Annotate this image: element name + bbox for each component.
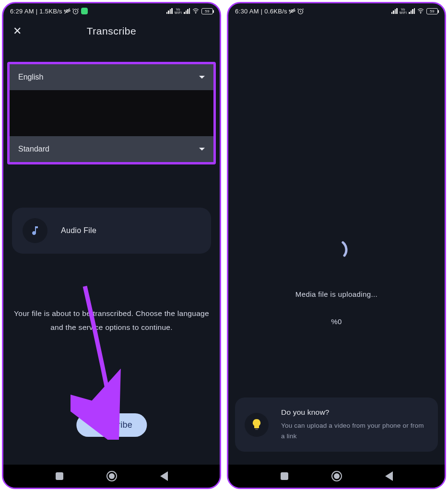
battery-icon: 59 <box>426 8 438 14</box>
upload-status-text: Media file is uploading... <box>228 290 445 298</box>
nav-recents-button[interactable] <box>281 472 288 480</box>
chevron-down-icon <box>199 76 205 79</box>
app-chip-icon <box>81 8 88 14</box>
audio-file-card[interactable]: Audio File <box>12 208 211 254</box>
status-time-net: 6:30 AM | 0.6KB/s <box>235 8 287 15</box>
language-value: English <box>18 73 43 82</box>
system-nav-bar <box>3 465 220 488</box>
status-bar: 6:29 AM | 1.5KB/s VoWiFi 59 <box>3 3 220 17</box>
app-header: ✕ Transcribe <box>3 17 220 42</box>
nav-back-button[interactable] <box>160 471 168 481</box>
nav-home-button[interactable] <box>331 471 342 481</box>
select-spacer <box>10 90 213 136</box>
vibrate-icon <box>288 7 296 15</box>
lightbulb-icon <box>245 413 269 437</box>
tier-select[interactable]: Standard <box>10 136 213 162</box>
language-select[interactable]: English <box>10 64 213 90</box>
svg-point-7 <box>420 13 421 13</box>
chevron-down-icon <box>199 148 205 151</box>
alarm-icon <box>72 8 79 15</box>
tip-card: Do you know? You can upload a video from… <box>235 397 438 452</box>
system-nav-bar <box>228 465 445 488</box>
tier-value: Standard <box>18 145 49 153</box>
svg-rect-9 <box>255 429 258 430</box>
transcribe-button-label: Transcribe <box>91 420 132 430</box>
vowifi-icon: VoWiFi <box>400 8 407 14</box>
status-time-net: 6:29 AM | 1.5KB/s <box>10 8 62 15</box>
signal-icon <box>166 8 173 14</box>
wifi-icon <box>417 8 424 14</box>
svg-point-3 <box>195 13 196 13</box>
signal-icon <box>391 8 398 14</box>
instruction-text: Your file is about to be transcribed. Ch… <box>10 306 213 335</box>
wifi-icon <box>192 8 200 14</box>
signal-icon-2 <box>184 8 190 14</box>
loading-spinner-icon <box>324 237 349 262</box>
phone-left: 6:29 AM | 1.5KB/s VoWiFi 59 ✕ Transcribe <box>2 2 221 489</box>
tip-title: Do you know? <box>281 408 428 417</box>
signal-icon-2 <box>409 8 415 14</box>
status-bar: 6:30 AM | 0.6KB/s VoWiFi 59 <box>228 3 445 17</box>
nav-back-button[interactable] <box>385 471 393 481</box>
vibrate-icon <box>63 7 71 15</box>
battery-icon: 59 <box>201 8 213 14</box>
transcribe-button[interactable]: Transcribe <box>76 413 147 437</box>
nav-recents-button[interactable] <box>56 472 63 480</box>
vowifi-icon: VoWiFi <box>175 8 182 14</box>
svg-point-8 <box>324 237 349 262</box>
page-title: Transcribe <box>13 25 210 37</box>
phone-right: 6:30 AM | 0.6KB/s VoWiFi 59 Media file i… <box>227 2 446 489</box>
upload-percent-text: %0 <box>228 317 445 326</box>
music-note-icon <box>23 218 47 243</box>
nav-home-button[interactable] <box>106 471 117 481</box>
tip-body: You can upload a video from your phone o… <box>281 421 428 441</box>
alarm-icon <box>297 8 304 15</box>
audio-file-label: Audio File <box>61 226 96 235</box>
annotation-highlight: English Standard <box>7 62 216 164</box>
